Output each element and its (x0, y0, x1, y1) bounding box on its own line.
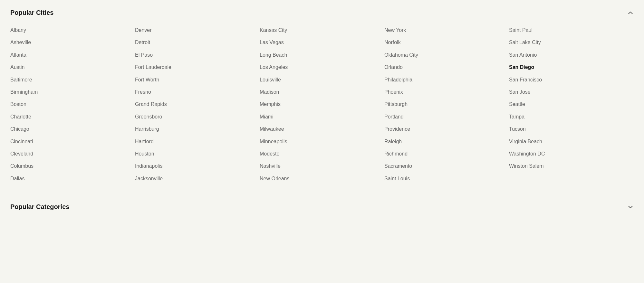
city-link[interactable]: Long Beach (260, 49, 384, 61)
city-link[interactable]: Cincinnati (10, 136, 135, 148)
city-link[interactable]: Tucson (509, 123, 634, 135)
city-link[interactable]: El Paso (135, 49, 260, 61)
city-link[interactable]: Norfolk (384, 36, 509, 49)
popular-cities-chevron-up[interactable] (627, 10, 634, 16)
city-link[interactable]: Los Angeles (260, 61, 384, 73)
popular-categories-title: Popular Categories (10, 203, 69, 211)
city-link[interactable]: Fort Worth (135, 74, 260, 86)
city-link[interactable]: Sacramento (384, 160, 509, 172)
city-link[interactable]: Saint Louis (384, 173, 509, 185)
city-link[interactable]: Jacksonville (135, 173, 260, 185)
city-link[interactable]: San Diego (509, 61, 634, 73)
city-link[interactable]: Milwaukee (260, 123, 384, 135)
popular-categories-chevron-down[interactable] (627, 204, 634, 210)
city-link[interactable]: Louisville (260, 74, 384, 86)
city-link[interactable]: Fort Lauderdale (135, 61, 260, 73)
city-link[interactable]: Salt Lake City (509, 36, 634, 49)
city-link[interactable]: Pittsburgh (384, 98, 509, 110)
city-link[interactable]: Providence (384, 123, 509, 135)
city-link[interactable]: Austin (10, 61, 135, 73)
city-link[interactable]: Orlando (384, 61, 509, 73)
city-link[interactable]: Phoenix (384, 86, 509, 98)
city-link[interactable]: Washington DC (509, 148, 634, 160)
city-link[interactable]: Charlotte (10, 111, 135, 123)
city-link[interactable]: Greensboro (135, 111, 260, 123)
city-column-2: Kansas CityLas VegasLong BeachLos Angele… (260, 24, 384, 185)
popular-cities-title: Popular Cities (10, 9, 53, 16)
city-link[interactable]: New Orleans (260, 173, 384, 185)
city-link[interactable]: Miami (260, 111, 384, 123)
city-link[interactable]: Oklahoma City (384, 49, 509, 61)
city-link[interactable]: Minneapolis (260, 136, 384, 148)
city-column-3: New YorkNorfolkOklahoma CityOrlandoPhila… (384, 24, 509, 185)
city-link[interactable]: Columbus (10, 160, 135, 172)
city-column-1: DenverDetroitEl PasoFort LauderdaleFort … (135, 24, 260, 185)
city-link[interactable]: San Jose (509, 86, 634, 98)
city-link[interactable]: Winston Salem (509, 160, 634, 172)
city-link[interactable]: Detroit (135, 36, 260, 49)
city-link[interactable]: Kansas City (260, 24, 384, 36)
city-link[interactable]: Asheville (10, 36, 135, 49)
city-link[interactable]: San Francisco (509, 74, 634, 86)
city-link[interactable]: Seattle (509, 98, 634, 110)
city-link[interactable]: Cleveland (10, 148, 135, 160)
city-link[interactable]: Boston (10, 98, 135, 110)
city-link[interactable]: Raleigh (384, 136, 509, 148)
popular-cities-section: Popular Cities AlbanyAshevilleAtlantaAus… (0, 0, 644, 194)
city-link[interactable]: Las Vegas (260, 36, 384, 49)
city-link[interactable]: Virginia Beach (509, 136, 634, 148)
city-link[interactable]: New York (384, 24, 509, 36)
city-link[interactable]: Harrisburg (135, 123, 260, 135)
city-link[interactable]: Atlanta (10, 49, 135, 61)
city-link[interactable]: Nashville (260, 160, 384, 172)
city-link[interactable]: Denver (135, 24, 260, 36)
city-link[interactable]: Dallas (10, 173, 135, 185)
city-link[interactable]: Hartford (135, 136, 260, 148)
city-link[interactable]: Grand Rapids (135, 98, 260, 110)
city-link[interactable]: Albany (10, 24, 135, 36)
city-link[interactable]: Fresno (135, 86, 260, 98)
city-link[interactable]: Houston (135, 148, 260, 160)
city-link[interactable]: San Antonio (509, 49, 634, 61)
city-link[interactable]: Memphis (260, 98, 384, 110)
city-link[interactable]: Richmond (384, 148, 509, 160)
popular-categories-section: Popular Categories (0, 194, 644, 220)
city-link[interactable]: Tampa (509, 111, 634, 123)
page-container: Popular Cities AlbanyAshevilleAtlantaAus… (0, 0, 644, 220)
city-link[interactable]: Madison (260, 86, 384, 98)
city-link[interactable]: Chicago (10, 123, 135, 135)
city-link[interactable]: Baltimore (10, 74, 135, 86)
city-link[interactable]: Modesto (260, 148, 384, 160)
city-link[interactable]: Indianapolis (135, 160, 260, 172)
city-link[interactable]: Philadelphia (384, 74, 509, 86)
city-column-0: AlbanyAshevilleAtlantaAustinBaltimoreBir… (10, 24, 135, 185)
popular-cities-header: Popular Cities (10, 9, 634, 16)
city-link[interactable]: Portland (384, 111, 509, 123)
popular-categories-header: Popular Categories (10, 203, 634, 211)
city-link[interactable]: Birmingham (10, 86, 135, 98)
cities-grid: AlbanyAshevilleAtlantaAustinBaltimoreBir… (10, 24, 634, 185)
city-column-4: Saint PaulSalt Lake CitySan AntonioSan D… (509, 24, 634, 185)
city-link[interactable]: Saint Paul (509, 24, 634, 36)
